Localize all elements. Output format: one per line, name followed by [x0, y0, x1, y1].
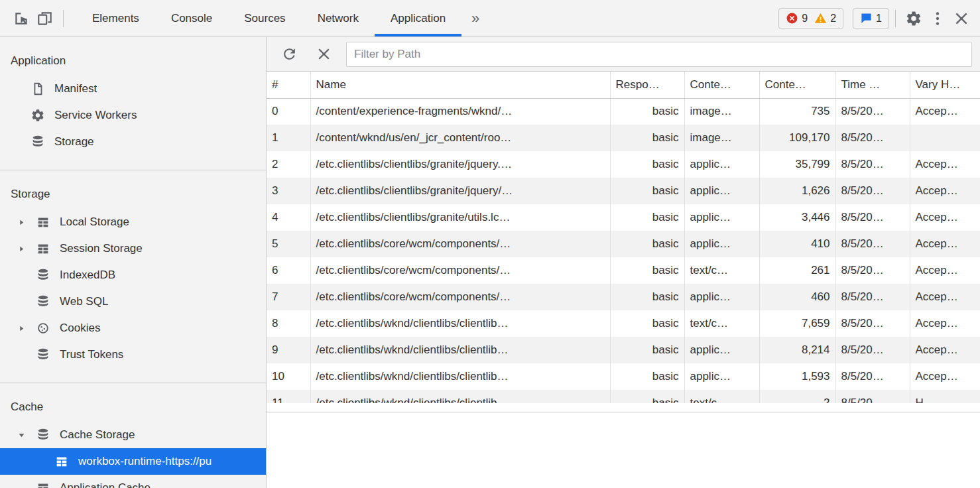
database-icon: [31, 135, 45, 149]
device-toolbar-icon: [36, 10, 54, 27]
column-header-vary-h-6[interactable]: Vary H…: [910, 72, 980, 98]
column-header-conte-4[interactable]: Conte…: [759, 72, 835, 98]
toolbar-separator: [895, 10, 896, 27]
table-cell: 8/5/20…: [835, 204, 910, 231]
sidebar-item-workbox-runtime-https-pu[interactable]: workbox-runtime-https://pu: [0, 448, 266, 475]
close-devtools-button[interactable]: [949, 7, 973, 30]
table-cell: basic: [610, 204, 684, 231]
table-row[interactable]: 2/etc.clientlibs/clientlibs/granite/jque…: [267, 151, 980, 178]
tab-sources[interactable]: Sources: [228, 0, 301, 36]
table-row[interactable]: 6/etc.clientlibs/core/wcm/components/…ba…: [267, 257, 980, 284]
delete-selected-button[interactable]: [312, 42, 336, 66]
tab-application[interactable]: Application: [375, 0, 461, 36]
sidebar-item-label: Manifest: [54, 82, 97, 95]
sidebar-item-web-sql[interactable]: Web SQL: [0, 288, 266, 315]
tab-network[interactable]: Network: [302, 0, 375, 36]
section-title-application: Application: [0, 46, 266, 76]
table-cell: applic…: [684, 204, 759, 231]
sidebar-item-storage[interactable]: Storage: [0, 129, 266, 155]
table-row[interactable]: 8/etc.clientlibs/wknd/clientlibs/clientl…: [267, 310, 980, 337]
tab-console[interactable]: Console: [155, 0, 228, 36]
devtools-window: ElementsConsoleSourcesNetworkApplication…: [0, 0, 980, 488]
table-cell: applic…: [684, 337, 759, 363]
cache-storage-panel: #NameRespo…Conte…Conte…Time …Vary H…0/co…: [267, 37, 980, 488]
table-cell: /etc.clientlibs/wknd/clientlibs/clientli…: [310, 390, 610, 403]
table-cell: image…: [684, 125, 759, 151]
table-cell: basic: [610, 284, 684, 310]
table-cell: 7,659: [759, 310, 835, 337]
sidebar-item-session-storage[interactable]: Session Storage: [0, 235, 266, 262]
table-header-row: #NameRespo…Conte…Conte…Time …Vary H…: [267, 72, 980, 98]
sidebar-item-label: workbox-runtime-https://pu: [78, 455, 212, 468]
more-tabs-button[interactable]: »: [461, 7, 489, 30]
settings-button[interactable]: [902, 7, 926, 30]
warning-icon: [814, 12, 827, 25]
cache-entries-grid: #NameRespo…Conte…Conte…Time …Vary H…0/co…: [267, 72, 980, 403]
table-cell: /etc.clientlibs/wknd/clientlibs/clientli…: [310, 363, 610, 390]
table-cell: /etc.clientlibs/clientlibs/granite/utils…: [310, 204, 610, 231]
collapse-arrow-icon[interactable]: [17, 431, 36, 440]
table-cell: 8/5/20…: [835, 363, 910, 390]
table-cell: 10: [267, 363, 310, 390]
sidebar-item-cookies[interactable]: Cookies: [0, 315, 266, 341]
table-row[interactable]: 5/etc.clientlibs/core/wcm/components/…ba…: [267, 231, 980, 257]
sidebar-item-application-cache[interactable]: Application Cache: [0, 475, 266, 488]
table-row[interactable]: 1/content/wknd/us/en/_jcr_content/roo…ba…: [267, 125, 980, 151]
column-header-name-1[interactable]: Name: [310, 72, 610, 98]
table-cell: /etc.clientlibs/wknd/clientlibs/clientli…: [310, 337, 610, 363]
table-cell: /etc.clientlibs/core/wcm/components/…: [310, 231, 610, 257]
inspect-element-button[interactable]: [9, 7, 33, 30]
table-row[interactable]: 3/etc.clientlibs/clientlibs/granite/jque…: [267, 178, 980, 204]
clear-x-icon: [316, 46, 332, 62]
table-cell: 8/5/20…: [835, 178, 910, 204]
expand-arrow-icon[interactable]: [17, 245, 36, 253]
preview-pane: [267, 412, 980, 488]
table-cell: /etc.clientlibs/core/wcm/components/…: [310, 257, 610, 284]
sidebar-item-indexeddb[interactable]: IndexedDB: [0, 262, 266, 288]
sidebar-item-trust-tokens[interactable]: Trust Tokens: [0, 341, 266, 368]
table-cell: basic: [610, 363, 684, 390]
issues-button[interactable]: 1: [853, 8, 889, 29]
column-header-conte-3[interactable]: Conte…: [684, 72, 759, 98]
table-row[interactable]: 0/content/experience-fragments/wknd/…bas…: [267, 98, 980, 125]
table-cell: applic…: [684, 284, 759, 310]
table-row[interactable]: 11/etc.clientlibs/wknd/clientlibs/client…: [267, 390, 980, 403]
pane-divider[interactable]: [267, 403, 980, 412]
database-icon: [36, 347, 50, 362]
column-header-respo-2[interactable]: Respo…: [610, 72, 684, 98]
table-row[interactable]: 4/etc.clientlibs/clientlibs/granite/util…: [267, 204, 980, 231]
message-bubble-icon: [860, 12, 873, 25]
table-cell: /content/wknd/us/en/_jcr_content/roo…: [310, 125, 610, 151]
table-cell: /content/experience-fragments/wknd/…: [310, 98, 610, 125]
table-row[interactable]: 9/etc.clientlibs/wknd/clientlibs/clientl…: [267, 337, 980, 363]
more-options-button[interactable]: [926, 7, 949, 30]
table-cell: /etc.clientlibs/clientlibs/granite/jquer…: [310, 151, 610, 178]
expand-arrow-icon[interactable]: [17, 218, 36, 227]
column-header-time-5[interactable]: Time …: [835, 72, 910, 98]
tab-elements[interactable]: Elements: [76, 0, 155, 36]
table-row[interactable]: 7/etc.clientlibs/core/wcm/components/…ba…: [267, 284, 980, 310]
sidebar-item-service-workers[interactable]: Service Workers: [0, 102, 266, 129]
column-header-index[interactable]: #: [267, 72, 310, 98]
table-row[interactable]: 10/etc.clientlibs/wknd/clientlibs/client…: [267, 363, 980, 390]
table-cell: 1,626: [759, 178, 835, 204]
device-toolbar-button[interactable]: [33, 7, 57, 30]
table-cell: [910, 125, 980, 151]
table-cell: Accep…: [910, 337, 980, 363]
sidebar-item-manifest[interactable]: Manifest: [0, 76, 266, 102]
filter-by-path-input[interactable]: [346, 42, 972, 67]
table-cell: /etc.clientlibs/core/wcm/components/…: [310, 284, 610, 310]
error-count: 9: [802, 13, 808, 25]
console-status-button[interactable]: 9 2: [778, 8, 843, 29]
table-cell: basic: [610, 257, 684, 284]
table-cell: 4: [267, 204, 310, 231]
table-cell: 109,170: [759, 125, 835, 151]
refresh-button[interactable]: [277, 42, 301, 66]
expand-arrow-icon[interactable]: [17, 324, 36, 333]
table-cell: 8: [267, 310, 310, 337]
sidebar-item-local-storage[interactable]: Local Storage: [0, 209, 266, 235]
section-title-storage: Storage: [0, 180, 266, 209]
table-cell: Accep…: [910, 231, 980, 257]
sidebar-item-cache-storage[interactable]: Cache Storage: [0, 422, 266, 448]
table-cell: 8/5/20…: [835, 151, 910, 178]
